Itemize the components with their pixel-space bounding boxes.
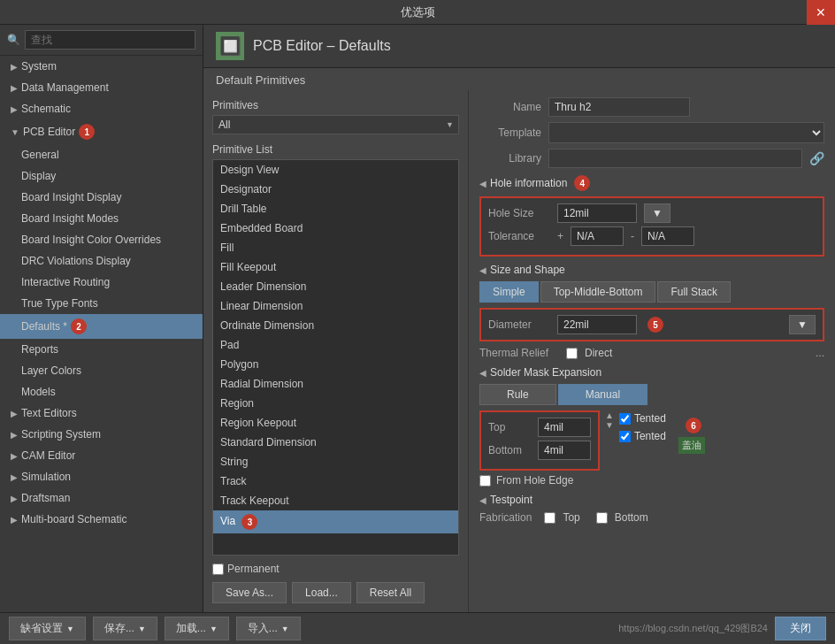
list-item[interactable]: Region Keepout (213, 413, 458, 433)
sidebar-label-multi-board-schematic: Multi-board Schematic (21, 513, 126, 525)
list-item[interactable]: Track Keepout (213, 491, 458, 510)
sidebar-item-display[interactable]: Display (0, 165, 203, 187)
solder-top-input[interactable] (538, 418, 591, 437)
primitives-label: Primitives (212, 99, 459, 111)
link-icon: 🔗 (809, 151, 824, 165)
sidebar-item-text-editors[interactable]: ▶ Text Editors (0, 402, 203, 424)
list-item[interactable]: Embedded Board (213, 218, 458, 238)
badge-defaults: 2 (71, 318, 87, 334)
tented-top-checkbox[interactable] (619, 413, 631, 425)
sidebar-item-models[interactable]: Models (0, 381, 203, 402)
sidebar-item-pcb-editor[interactable]: ▼ PCB Editor 1 (0, 119, 203, 144)
permanent-checkbox[interactable] (212, 564, 224, 575)
list-item[interactable]: Linear Dimension (213, 296, 458, 316)
testpoint-top-checkbox[interactable] (544, 512, 555, 524)
solder-bottom-input[interactable] (538, 441, 591, 460)
diameter-btn[interactable]: ▼ (789, 315, 816, 334)
sidebar: 🔍 ▶ System ▶ Data Management ▶ Schematic… (0, 25, 203, 612)
tolerance-plus-input[interactable] (571, 226, 624, 246)
testpoint-top-label: Top (563, 511, 579, 524)
list-item[interactable]: Design View (213, 160, 458, 180)
name-input[interactable] (548, 97, 690, 117)
sidebar-item-drc-violations-display[interactable]: DRC Violations Display (0, 250, 203, 272)
thermal-relief-checkbox[interactable] (566, 348, 578, 359)
save-button[interactable]: 保存... ▼ (93, 617, 157, 640)
list-item[interactable]: Ordinate Dimension (213, 316, 458, 335)
list-item[interactable]: Polygon (213, 355, 458, 374)
hole-size-input[interactable] (557, 203, 637, 223)
library-input[interactable] (548, 149, 802, 168)
search-input[interactable] (25, 30, 195, 50)
list-item[interactable]: Pad (213, 335, 458, 355)
load-bottom-button[interactable]: 加载... ▼ (165, 617, 229, 640)
badge-solder-mask: 6 (686, 418, 701, 433)
hole-size-btn[interactable]: ▼ (644, 203, 670, 223)
tab-simple[interactable]: Simple (479, 281, 539, 303)
tented-bottom-checkbox[interactable] (619, 431, 631, 442)
list-item[interactable]: Radial Dimension (213, 374, 458, 394)
list-item[interactable]: String (213, 452, 458, 472)
sidebar-item-true-type-fonts[interactable]: True Type Fonts (0, 293, 203, 314)
solder-mask-box: Rule Manual Top Bottom (479, 384, 824, 487)
list-item-via[interactable]: Via 3 (213, 510, 458, 533)
from-hole-checkbox[interactable] (479, 475, 491, 487)
main-container: 🔍 ▶ System ▶ Data Management ▶ Schematic… (0, 25, 835, 612)
list-item[interactable]: Standard Dimension (213, 433, 458, 452)
detail-panel: Name Template Library 🔗 ◀ Ho (469, 90, 835, 612)
link-updown[interactable]: ▲ ▼ (605, 410, 614, 430)
diameter-input[interactable] (557, 315, 637, 334)
sidebar-item-simulation[interactable]: ▶ Simulation (0, 466, 203, 487)
tab-rule[interactable]: Rule (479, 384, 556, 405)
sidebar-item-cam-editor[interactable]: ▶ CAM Editor (0, 445, 203, 466)
link-up-icon: ▲ (605, 410, 614, 420)
badge-diameter: 5 (647, 317, 663, 333)
testpoint-bottom-checkbox[interactable] (596, 512, 608, 524)
sidebar-item-board-insight-display[interactable]: Board Insight Display (0, 187, 203, 208)
save-as-button[interactable]: Save As... (212, 582, 287, 603)
tolerance-minus-input[interactable] (641, 226, 694, 246)
template-row: Template (479, 122, 824, 143)
solder-mask-section-header[interactable]: ◀ Solder Mask Expansion (479, 366, 824, 379)
sidebar-item-draftsman[interactable]: ▶ Draftsman (0, 487, 203, 509)
sidebar-item-general[interactable]: General (0, 144, 203, 165)
hole-info-section-header[interactable]: ◀ Hole information 4 (479, 175, 824, 191)
sidebar-item-interactive-routing[interactable]: Interactive Routing (0, 272, 203, 293)
close-button[interactable]: ✕ (807, 0, 835, 25)
sidebar-item-system[interactable]: ▶ System (0, 56, 203, 77)
default-settings-button[interactable]: 缺省设置 ▼ (9, 617, 86, 640)
sidebar-item-board-insight-color-overrides[interactable]: Board Insight Color Overrides (0, 229, 203, 250)
sidebar-item-layer-colors[interactable]: Layer Colors (0, 360, 203, 381)
tab-top-middle-bottom[interactable]: Top-Middle-Bottom (540, 281, 656, 303)
thermal-row: Thermal Relief Direct ... (479, 347, 824, 359)
close-bottom-button[interactable]: 关闭 (775, 617, 826, 640)
template-dropdown[interactable] (548, 122, 824, 143)
sidebar-item-scripting-system[interactable]: ▶ Scripting System (0, 424, 203, 445)
reset-all-button[interactable]: Reset All (356, 582, 425, 603)
list-item[interactable]: Fill (213, 238, 458, 257)
bottom-bar: 缺省设置 ▼ 保存... ▼ 加载... ▼ 导入... ▼ https://b… (0, 612, 835, 644)
tab-full-stack[interactable]: Full Stack (657, 281, 731, 303)
size-shape-section-header[interactable]: ◀ Size and Shape (479, 264, 824, 276)
sidebar-item-board-insight-modes[interactable]: Board Insight Modes (0, 208, 203, 229)
sidebar-item-defaults[interactable]: Defaults * 2 (0, 314, 203, 339)
sidebar-item-reports[interactable]: Reports (0, 339, 203, 360)
load-button[interactable]: Load... (292, 582, 351, 603)
content-header-title: PCB Editor – Defaults (253, 38, 391, 54)
solder-top-label: Top (488, 421, 532, 433)
testpoint-row: Fabrication Top Bottom (479, 511, 824, 524)
sidebar-item-multi-board-schematic[interactable]: ▶ Multi-board Schematic (0, 509, 203, 530)
list-item[interactable]: Designator (213, 180, 458, 199)
testpoint-section-header[interactable]: ◀ Testpoint (479, 494, 824, 506)
template-label: Template (479, 126, 541, 139)
list-item[interactable]: Leader Dimension (213, 277, 458, 296)
list-item[interactable]: Fill Keepout (213, 257, 458, 277)
list-item[interactable]: Region (213, 394, 458, 413)
list-item[interactable]: Drill Table (213, 199, 458, 218)
list-item[interactable]: Track (213, 472, 458, 491)
tented-bottom-label: Tented (634, 430, 666, 442)
primitives-dropdown[interactable]: All Routing Placement (212, 115, 459, 134)
tab-manual[interactable]: Manual (558, 384, 647, 405)
sidebar-item-data-management[interactable]: ▶ Data Management (0, 77, 203, 98)
import-button[interactable]: 导入... ▼ (236, 617, 301, 640)
sidebar-item-schematic[interactable]: ▶ Schematic (0, 98, 203, 119)
